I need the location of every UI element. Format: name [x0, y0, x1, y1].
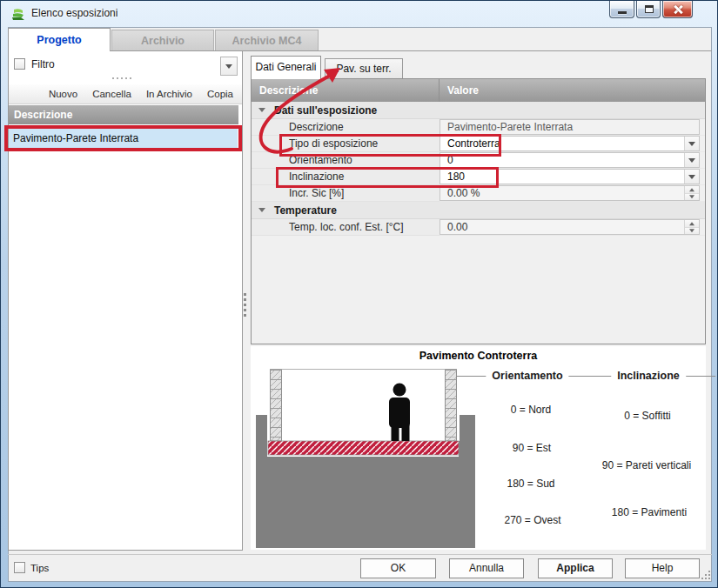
inclinazione-item: 180 = Pavimenti	[612, 506, 687, 518]
dropdown-button[interactable]	[684, 153, 699, 167]
person-icon	[389, 384, 410, 442]
soil	[256, 415, 475, 548]
row-orientamento: Orientamento 0	[252, 152, 705, 169]
spinner-buttons[interactable]	[684, 186, 699, 200]
chevron-down-icon	[225, 64, 232, 69]
filter-checkbox[interactable]	[14, 58, 25, 70]
chevron-down-icon	[688, 175, 695, 179]
spin-down-icon	[689, 195, 695, 198]
maximize-button[interactable]	[636, 1, 661, 18]
tips-label: Tips	[30, 563, 49, 573]
tab-progetto[interactable]: Progetto	[8, 28, 111, 51]
close-button[interactable]	[662, 1, 693, 18]
tab-archivio[interactable]: Archivio	[111, 30, 214, 51]
row-temp-loc-conf: Temp. loc. conf. Est. [°C] 0.00	[252, 219, 705, 236]
tab-archivio-mc4[interactable]: Archivio MC4	[215, 30, 319, 51]
diagram-title: Pavimento Controterra	[419, 350, 537, 362]
group-temperature[interactable]: Temperature	[252, 202, 705, 219]
property-grid-header: Descrizione Valore	[252, 79, 705, 102]
list-column-header[interactable]: Descrizione	[9, 105, 238, 124]
filter-dropdown-button[interactable]	[220, 57, 238, 76]
orientamento-item: 270 = Ovest	[504, 514, 560, 526]
property-grid: Descrizione Valore Dati sull'esposizione…	[251, 78, 706, 344]
horizontal-splitter-grip[interactable]	[112, 77, 133, 80]
vertical-splitter-grip[interactable]	[244, 293, 246, 316]
tab-dati-generali[interactable]: Dati Generali	[251, 56, 321, 79]
orientamento-legend-header: Orientamento	[456, 370, 598, 382]
collapse-triangle-icon	[258, 208, 265, 212]
tipo-esposizione-dropdown[interactable]: Controterra	[440, 136, 700, 151]
wall-left	[271, 370, 282, 441]
column-descrizione[interactable]: Descrizione	[252, 79, 440, 102]
exposure-diagram: Pavimento Controterra	[251, 346, 706, 550]
inclinazione-item: 0 = Soffitti	[624, 410, 670, 422]
orientamento-item: 0 = Nord	[511, 404, 551, 416]
inclinazione-dropdown[interactable]: 180	[440, 169, 700, 184]
copia-button[interactable]: Copia	[207, 89, 233, 99]
inclinazione-item: 90 = Pareti verticali	[602, 459, 691, 471]
collapse-triangle-icon	[258, 108, 265, 112]
close-icon	[673, 4, 683, 15]
cancella-button[interactable]: Cancella	[92, 89, 131, 99]
inclinazione-legend-header: Inclinazione	[581, 370, 715, 382]
chevron-down-icon	[688, 142, 695, 146]
in-archivio-button[interactable]: In Archivio	[146, 89, 192, 99]
spin-down-icon	[689, 229, 695, 232]
maximize-icon	[645, 5, 654, 13]
titlebar[interactable]: Elenco esposizioni	[1, 1, 717, 27]
nuovo-button[interactable]: Nuovo	[49, 89, 77, 99]
basement-cross-section	[253, 361, 478, 549]
orientamento-item: 180 = Sud	[507, 478, 554, 490]
descrizione-value[interactable]: Pavimento-Parete Interrata	[440, 119, 700, 135]
column-valore[interactable]: Valore	[440, 79, 705, 102]
applica-button[interactable]: Applica	[538, 558, 613, 578]
incr-sic-spinner[interactable]: 0.00 %	[440, 185, 700, 201]
tab-pav-su-terr[interactable]: Pav. su terr.	[325, 58, 403, 79]
row-descrizione: Descrizione Pavimento-Parete Interrata	[252, 119, 705, 136]
ok-button[interactable]: OK	[360, 558, 436, 578]
spinner-buttons[interactable]	[684, 220, 699, 234]
spin-up-icon	[689, 222, 695, 225]
footer-divider	[8, 554, 712, 555]
orientamento-item: 90 = Est	[513, 442, 551, 454]
spin-up-icon	[689, 188, 695, 191]
minimize-button[interactable]	[609, 1, 634, 18]
row-tipo-esposizione: Tipo di esposizione Controterra	[252, 136, 705, 152]
chevron-down-icon	[688, 158, 695, 163]
row-incr-sic: Incr. Sic [%] 0.00 %	[252, 185, 705, 202]
window-title: Elenco esposizioni	[31, 1, 117, 27]
orientamento-dropdown[interactable]: 0	[440, 152, 700, 168]
tips-checkbox[interactable]	[14, 562, 25, 573]
group-dati-esposizione[interactable]: Dati sull'esposizione	[252, 102, 705, 119]
annulla-button[interactable]: Annulla	[449, 558, 524, 578]
list-toolbar: Nuovo Cancella In Archivio Copia	[9, 84, 242, 104]
temp-loc-spinner[interactable]: 0.00	[440, 219, 700, 235]
help-button[interactable]: Help	[625, 558, 700, 578]
list-item-selected[interactable]: Pavimento-Parete Interrata	[9, 129, 238, 148]
floor-slab	[268, 441, 459, 455]
filter-label: Filtro	[31, 58, 55, 70]
dialog-window: Elenco esposizioni Progetto Archivio Arc…	[0, 0, 718, 588]
dropdown-button[interactable]	[684, 137, 699, 150]
resize-grip[interactable]	[701, 571, 710, 579]
app-logo-icon	[10, 6, 26, 22]
wall-right	[446, 370, 457, 441]
row-inclinazione: Inclinazione 180	[252, 169, 705, 185]
dropdown-button[interactable]	[684, 170, 699, 184]
minimize-icon	[618, 11, 627, 14]
exposure-list-panel	[8, 51, 243, 551]
